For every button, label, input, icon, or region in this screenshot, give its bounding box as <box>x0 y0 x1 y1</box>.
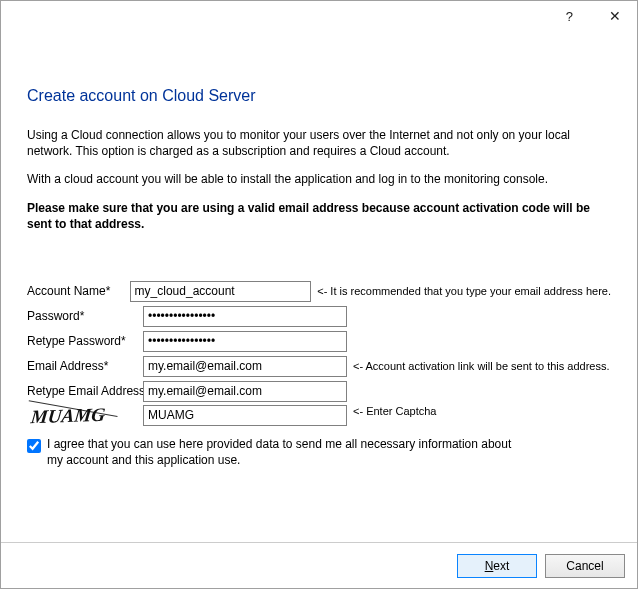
password-label: Password* <box>27 309 143 323</box>
dialog-footer: Next Cancel <box>1 542 637 588</box>
cancel-button[interactable]: Cancel <box>545 554 625 578</box>
help-icon[interactable]: ? <box>558 5 581 28</box>
account-name-input[interactable] <box>130 281 312 302</box>
titlebar: ? ✕ <box>1 1 637 31</box>
captcha-hint: <- Enter Captcha <box>353 405 436 417</box>
intro-text-1: Using a Cloud connection allows you to m… <box>27 127 611 159</box>
captcha-input[interactable] <box>143 405 347 426</box>
retype-password-input[interactable] <box>143 331 347 352</box>
captcha-image-text: MUAMG <box>30 404 107 429</box>
intro-text-2: With a cloud account you will be able to… <box>27 171 611 187</box>
email-input[interactable] <box>143 356 347 377</box>
retype-email-input[interactable] <box>143 381 347 402</box>
email-label: Email Address* <box>27 359 143 373</box>
retype-email-label: Retype Email Address* <box>27 384 143 398</box>
form: Account Name* <- It is recommended that … <box>27 280 611 468</box>
retype-password-label: Retype Password* <box>27 334 143 348</box>
password-input[interactable] <box>143 306 347 327</box>
row-retype-email: Retype Email Address* <box>27 380 611 403</box>
row-captcha: MUAMG <- Enter Captcha <box>27 405 611 431</box>
close-icon[interactable]: ✕ <box>599 4 631 28</box>
captcha-image: MUAMG <box>27 405 143 431</box>
agree-checkbox[interactable] <box>27 439 41 453</box>
agree-text: I agree that you can use here provided d… <box>47 437 527 468</box>
row-retype-password: Retype Password* <box>27 330 611 353</box>
account-name-hint: <- It is recommended that you type your … <box>317 285 611 297</box>
account-name-label: Account Name* <box>27 284 130 298</box>
row-email: Email Address* <- Account activation lin… <box>27 355 611 378</box>
row-account-name: Account Name* <- It is recommended that … <box>27 280 611 303</box>
dialog-content: Create account on Cloud Server Using a C… <box>1 31 637 468</box>
row-agree: I agree that you can use here provided d… <box>27 437 611 468</box>
email-hint: <- Account activation link will be sent … <box>353 360 610 372</box>
next-button[interactable]: Next <box>457 554 537 578</box>
page-title: Create account on Cloud Server <box>27 87 611 105</box>
row-password: Password* <box>27 305 611 328</box>
intro-text-warning: Please make sure that you are using a va… <box>27 200 611 232</box>
